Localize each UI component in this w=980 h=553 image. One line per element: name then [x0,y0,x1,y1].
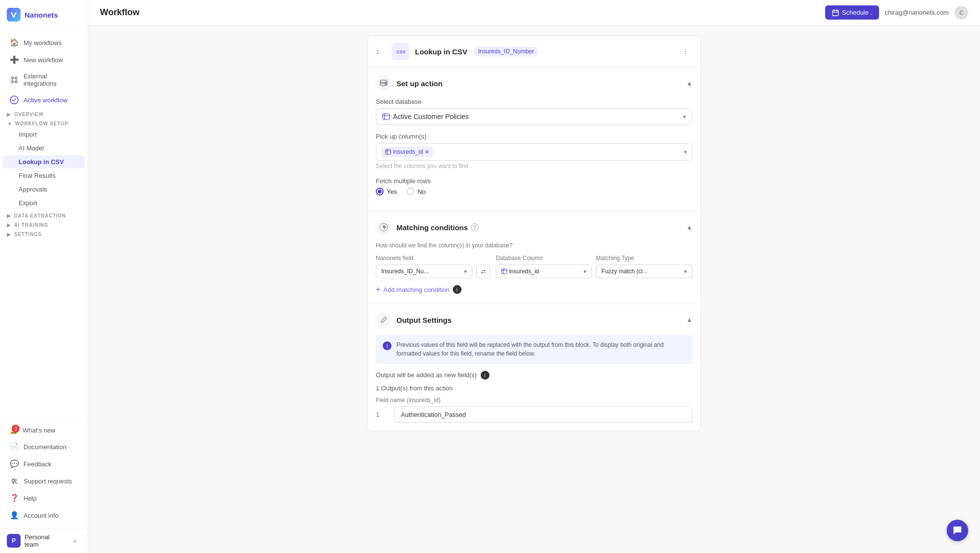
bell-icon-wrap: 🔔 3 [10,427,18,434]
condition-headers: Nanonets field Database Column Matching … [376,255,692,264]
lookup-tag: Insureds_ID_Number [473,47,539,56]
sidebar-item-new-workflow[interactable]: ➕ New workflow [3,51,85,68]
svg-rect-28 [501,269,507,274]
schedule-label: Schedule . [842,9,872,16]
svg-rect-21 [383,114,390,120]
add-condition-button[interactable]: + Add matching condition i [376,283,692,296]
sidebar-item-label: Help [24,495,37,502]
database-select[interactable]: Active Customer Policies ▾ [376,108,692,125]
feedback-icon: 💬 [10,459,19,468]
section-settings[interactable]: ▶ SETTINGS [0,229,88,238]
matching-type-select[interactable]: Fuzzy match (cl... ▾ [596,264,692,278]
nanonets-field-value: Insureds_ID_Nu... [381,268,464,275]
sidebar-item-import[interactable]: Import [3,128,85,141]
sidebar-item-external-integrations[interactable]: External integrations [3,69,85,91]
arrow-icon: ▶ [7,232,11,237]
info-box-text: Previous values of this field will be re… [396,340,686,358]
output-settings-header[interactable]: Output Settings ▲ [376,312,692,328]
sidebar-item-label: What's new [23,427,55,434]
sidebar-bottom: 🔔 3 What's new 📄 Documentation 💬 Feedbac… [0,418,88,528]
matching-type-value: Fuzzy match (cl... [601,268,684,275]
whats-new-badge: 3 [12,425,20,433]
field-value-input[interactable] [394,407,692,423]
setup-action-header[interactable]: Set up action ▲ [376,75,692,91]
sidebar-item-help[interactable]: ❓ Help [3,490,85,506]
collapse-button[interactable]: « [69,535,81,547]
lookup-header: 1 CSV Lookup in CSV Insureds_ID_Number ⋮ [368,36,700,68]
active-workflow-icon [10,96,19,104]
sidebar-item-whats-new[interactable]: 🔔 3 What's new [3,423,85,438]
account-icon: 👤 [10,511,19,520]
sidebar-item-label: Active workflow [24,96,68,104]
setup-action-title: Set up action [396,79,682,88]
output-settings-section: Output Settings ▲ i Previous values of t… [368,304,700,431]
sidebar-item-export[interactable]: Export [3,196,85,210]
sidebar-item-ai-model[interactable]: AI Model [3,142,85,155]
sidebar: Nanonets 🏠 My workflows ➕ New workflow E… [0,0,88,553]
section-overview[interactable]: ▶ OVERVIEW [0,109,88,118]
fetch-no-label: No [417,188,426,195]
arrow-icon: ▶ [7,112,11,117]
sidebar-item-label: External integrations [24,72,78,87]
support-icon: 🛠 [10,477,19,485]
sidebar-item-account[interactable]: 👤 Account info [3,507,85,524]
sidebar-item-label: Feedback [24,460,51,468]
output-count-label: 1 Output(s) from this action [376,385,692,392]
pickup-columns-group: Pick up column(s) insureds_id × ▾ Select… [376,133,692,169]
nanonets-field-select[interactable]: Insureds_ID_Nu... ▾ [376,264,472,278]
columns-tag-input[interactable]: insureds_id × ▾ [376,143,692,161]
sidebar-item-label: Documentation [24,443,66,451]
output-label: Output will be added as new field(s) i [376,371,692,380]
sidebar-item-my-workflows[interactable]: 🏠 My workflows [3,34,85,51]
user-email: chirag@nanonets.com [885,9,949,16]
sidebar-item-documentation[interactable]: 📄 Documentation [3,438,85,455]
help-icon: ❓ [10,494,19,503]
chat-button[interactable] [947,520,968,541]
sidebar-item-feedback[interactable]: 💬 Feedback [3,456,85,472]
arrow-icon: ▶ [7,213,11,218]
condition-row: Insureds_ID_Nu... ▾ ⇄ insureds_id ▾ [376,264,692,278]
setup-action-section: Set up action ▲ Select database Active C… [368,68,700,212]
swap-button[interactable]: ⇄ [476,264,490,278]
sidebar-item-label: New workflow [24,56,63,64]
sidebar-item-approvals[interactable]: Approvals [3,183,85,196]
section-workflow-setup[interactable]: ▼ WORKFLOW SETUP [0,118,88,127]
matching-type-header: Matching Type [596,255,692,262]
info-box: i Previous values of this field will be … [376,335,692,364]
user-avatar: C [955,6,968,20]
nanonets-field-header: Nanonets field [376,255,472,262]
sidebar-item-active-workflow[interactable]: Active workflow [3,92,85,108]
chevron-up-icon: ▲ [686,316,692,323]
sidebar-item-support[interactable]: 🛠 Support requests [3,473,85,489]
arrow-icon: ▶ [7,222,11,228]
plus-icon: ➕ [10,55,19,64]
database-column-value: insureds_id [509,268,539,275]
tag-input-chevron: ▾ [684,149,687,155]
more-options-button[interactable]: ⋮ [679,45,692,58]
database-icon [376,75,392,91]
schedule-button[interactable]: Schedule . [825,5,879,20]
fetch-yes-radio[interactable]: Yes [376,188,397,195]
section-ai-training[interactable]: ▶ AI TRAINING [0,219,88,229]
matching-help-icon[interactable]: ? [471,223,479,231]
database-column-select[interactable]: insureds_id ▾ [496,264,592,278]
fetch-no-radio[interactable]: No [407,188,426,195]
field-row: 1 [376,407,692,423]
arrow-icon: ▼ [7,121,12,126]
chevron-up-icon: ▲ [686,224,692,231]
csv-icon: CSV [392,43,409,60]
matching-conditions-section: Matching conditions ? ▲ How should we fi… [368,212,700,304]
svg-rect-24 [386,149,391,154]
sidebar-item-final-results[interactable]: Final Results [3,169,85,182]
tag-close-button[interactable]: × [425,148,429,156]
matching-conditions-header[interactable]: Matching conditions ? ▲ [376,219,692,235]
matching-conditions-title: Matching conditions [396,223,468,232]
workflow-content: 1 CSV Lookup in CSV Insureds_ID_Number ⋮… [88,25,980,553]
sidebar-item-data-actions[interactable]: Lookup in CSV [3,155,85,168]
section-data-extraction[interactable]: ▶ DATA EXTRACTION [0,210,88,219]
doc-icon: 📄 [10,442,19,451]
sidebar-item-label: My workflows [24,39,62,47]
logo[interactable]: Nanonets [0,0,88,30]
home-icon: 🏠 [10,38,19,47]
sidebar-item-label: Support requests [24,478,72,485]
